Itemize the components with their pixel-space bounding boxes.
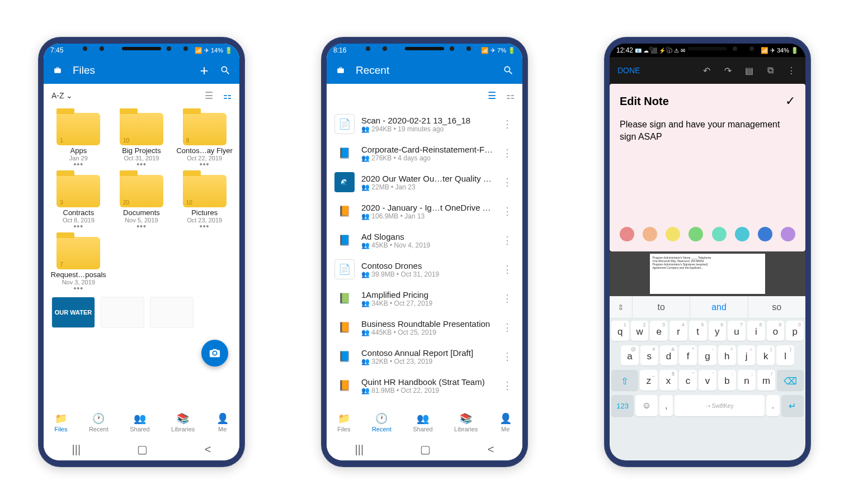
nav-item-recent[interactable]: 🕐Recent — [372, 412, 392, 432]
enter-key[interactable]: ↵ — [781, 395, 804, 416]
key-d[interactable]: &d — [660, 345, 678, 365]
more-icon[interactable]: ⋮ — [500, 234, 515, 246]
briefcase-icon[interactable] — [334, 64, 347, 77]
key-e[interactable]: 3e — [650, 321, 668, 341]
key-q[interactable]: 1q — [611, 321, 629, 341]
suggestion-3[interactable]: so — [748, 296, 805, 318]
key-u[interactable]: 7u — [728, 321, 746, 341]
file-row[interactable]: 📘 Corporate-Card-Reinstatement-Form 👥 27… — [327, 139, 522, 168]
more-icon[interactable]: ⋮ — [500, 379, 515, 392]
doc-thumbnail[interactable] — [150, 297, 194, 328]
key-s[interactable]: #s — [640, 345, 658, 365]
more-icon[interactable]: ••• — [73, 161, 83, 167]
back-button[interactable]: < — [488, 443, 494, 456]
emoji-key[interactable]: ☺ — [635, 395, 658, 416]
color-swatch[interactable] — [758, 227, 772, 241]
sort-label[interactable]: A-Z ⌄ — [51, 91, 205, 100]
color-swatch[interactable] — [781, 227, 795, 241]
more-icon[interactable]: ⋮ — [500, 350, 515, 363]
add-icon[interactable] — [198, 64, 210, 77]
key-h[interactable]: +h — [718, 345, 736, 365]
key-v[interactable]: 'v — [699, 370, 716, 391]
more-icon[interactable]: ⋮ — [500, 205, 515, 217]
color-swatch[interactable] — [712, 227, 727, 241]
color-swatch[interactable] — [688, 227, 703, 241]
home-button[interactable]: ▢ — [137, 443, 148, 456]
nav-item-files[interactable]: 📁Files — [337, 412, 350, 432]
color-swatch[interactable] — [735, 227, 749, 241]
backspace-key[interactable]: ⌫ — [777, 370, 804, 391]
back-button[interactable]: < — [205, 443, 211, 456]
nav-item-me[interactable]: 👤Me — [499, 412, 512, 432]
color-swatch[interactable] — [643, 227, 657, 241]
search-icon[interactable] — [219, 64, 232, 77]
more-icon[interactable]: ••• — [200, 161, 210, 167]
file-row[interactable]: 📘 Ad Slogans 👥 45KB • Nov 4, 2019 ⋮ — [327, 226, 522, 255]
folder-item[interactable]: 7 Request…posals Nov 3, 2019 ••• — [48, 237, 109, 291]
key-z[interactable]: _z — [640, 370, 658, 391]
key-f[interactable]: *f — [679, 345, 697, 365]
nav-item-me[interactable]: 👤Me — [216, 412, 229, 432]
nav-item-shared[interactable]: 👥Shared — [130, 412, 149, 432]
grid-view-icon[interactable]: ⚏ — [506, 90, 515, 102]
expand-icon[interactable]: ⇕ — [610, 303, 632, 312]
more-icon[interactable]: ••• — [136, 224, 147, 229]
more-icon[interactable]: ⋮ — [500, 147, 515, 159]
color-swatch[interactable] — [620, 227, 634, 241]
key-m[interactable]: /m — [757, 370, 775, 391]
period-key[interactable]: . — [766, 395, 780, 416]
file-row[interactable]: 📄 Contoso Drones 👥 39.9MB • Oct 31, 2019… — [327, 255, 522, 284]
file-row[interactable]: 📙 2020 - January - Ig…t OneDrive Teams 👥… — [327, 197, 522, 226]
list-view-icon[interactable]: ☰ — [205, 90, 213, 102]
search-icon[interactable] — [502, 64, 515, 77]
more-icon[interactable]: ••• — [73, 286, 83, 291]
key-c[interactable]: "c — [679, 370, 697, 391]
more-icon[interactable]: ⋮ — [500, 118, 515, 130]
file-row[interactable]: 📗 1Amplified Pricing 👥 34KB • Oct 27, 20… — [327, 284, 522, 313]
comma-key[interactable]: , — [659, 395, 673, 416]
redo-icon[interactable]: ↷ — [721, 65, 734, 76]
file-row[interactable]: 📙 Business Roundtable Presentation 👥 445… — [327, 313, 522, 342]
key-r[interactable]: 4r — [669, 321, 687, 341]
folder-item[interactable]: 1 Apps Jan 29 ••• — [48, 113, 109, 167]
key-k[interactable]: (k — [757, 345, 775, 365]
done-button[interactable]: DONE — [617, 66, 640, 75]
key-p[interactable]: 0p — [786, 321, 804, 341]
more-icon[interactable]: ••• — [73, 224, 83, 229]
recents-button[interactable]: ||| — [72, 443, 81, 456]
file-row[interactable]: 📙 Quint HR Handbook (Strat Team) 👥 81.9M… — [327, 371, 522, 400]
key-l[interactable]: )l — [776, 345, 794, 365]
key-o[interactable]: 9o — [767, 321, 785, 341]
color-swatch[interactable] — [666, 227, 680, 241]
camera-fab[interactable] — [201, 340, 228, 367]
check-icon[interactable]: ✓ — [785, 94, 795, 108]
grid-view-icon[interactable]: ⚏ — [223, 90, 232, 102]
nav-item-libraries[interactable]: 📚Libraries — [454, 412, 478, 432]
key-y[interactable]: 6y — [709, 321, 727, 341]
nav-item-shared[interactable]: 👥Shared — [413, 412, 432, 432]
key-n[interactable]: ;n — [738, 370, 756, 391]
file-row[interactable]: 📘 RD Legal Report ⋮ — [327, 400, 522, 407]
briefcase-icon[interactable] — [51, 64, 64, 77]
key-a[interactable]: @a — [621, 345, 639, 365]
folder-item[interactable]: 8 Contos…ay Flyer Oct 22, 2019 ••• — [174, 113, 235, 167]
file-row[interactable]: 📄 Scan - 2020-02-21 13_16_18 👥 294KB • 1… — [327, 110, 522, 139]
more-icon[interactable]: ⋮ — [500, 176, 515, 188]
doc-thumbnail[interactable]: OUR WATER — [51, 297, 95, 328]
recents-button[interactable]: ||| — [355, 443, 364, 456]
share-icon[interactable]: ⧉ — [764, 65, 776, 75]
file-row[interactable]: 📘 Contoso Annual Report [Draft] 👥 32KB •… — [327, 342, 522, 371]
key-b[interactable]: :b — [718, 370, 736, 391]
note-icon[interactable]: ▤ — [743, 65, 755, 76]
key-x[interactable]: $x — [659, 370, 677, 391]
suggestion-2[interactable]: and — [690, 296, 747, 318]
home-button[interactable]: ▢ — [420, 443, 431, 456]
note-text[interactable]: Please sign and have your management sig… — [620, 118, 795, 220]
nav-item-files[interactable]: 📁Files — [54, 412, 67, 432]
suggestion-1[interactable]: to — [632, 296, 690, 318]
more-icon[interactable]: ⋮ — [785, 65, 798, 76]
doc-thumbnail[interactable] — [101, 297, 144, 328]
list-view-icon[interactable]: ☰ — [488, 90, 496, 102]
more-icon[interactable]: ⋮ — [500, 263, 515, 275]
key-i[interactable]: 8i — [747, 321, 765, 341]
